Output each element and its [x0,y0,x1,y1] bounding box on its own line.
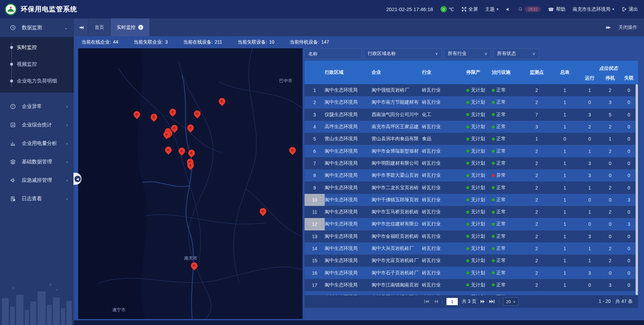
org-dropdown[interactable]: 南充市生态环境局 ▾ [573,6,614,12]
cell-points: 1 [523,133,551,145]
cell-meter: 1 [551,279,579,291]
cell-facility-status: 正常 [492,157,523,169]
sidebar-item-power-analysis[interactable]: 企业用电量分析 ‹ [0,134,74,153]
tab-close-icon[interactable]: × [138,25,143,30]
sidebar-item-company-statistics[interactable]: 企业综合统计 ‹ [0,116,74,134]
clock: 2021-02-25 17:46:18 [386,6,433,12]
sidebar-item-company-abnormal[interactable]: 企业异常 ‹ [0,97,74,116]
cell-lost: 0 [620,230,638,242]
cell-halt: 2 [600,242,620,255]
page-size-select[interactable]: 20 ∨ [503,297,519,306]
table-row[interactable]: 13阆中生态环境局阆中市金福旺页岩机砖砖瓦行业无计划正常21300 [305,230,638,242]
table-row[interactable]: 4高坪生态环境局南充市高坪区王家店建砖瓦行业无计划正常31220 [305,121,638,133]
sidebar-subitem-label: 企业电力负荷明细 [17,78,57,84]
cell-halt: 1 [600,133,620,145]
table-row[interactable]: 11阆中生态环境局阆中市五马桥页岩机砖砖瓦行业无计划正常21120 [305,206,638,218]
sidebar-item-realtime-monitor[interactable]: 实时监控 [0,39,74,56]
cell-industry: 砖瓦行业 [422,206,466,218]
table-row[interactable]: 2阆中生态环境局阆中市南方节能建材有砖瓦行业无计划正常21030 [305,96,638,108]
cell-row-number: 9 [305,181,325,194]
prev-page-button[interactable] [433,300,438,304]
cell-region: 阆中生态环境局 [325,267,372,279]
table-row[interactable]: 15阆中生态环境局阆中市光富页岩机砖厂砖瓦行业无计划正常21120 [305,255,638,267]
mute-button[interactable] [506,7,511,12]
fullscreen-button[interactable]: 全屏 [462,6,478,12]
cell-industry: 砖瓦行业 [422,230,466,242]
status-dot [492,138,495,141]
tab-realtime-monitor[interactable]: 实时监控 × [111,18,149,36]
table-row[interactable]: 17阆中生态环境局阆中市江南镇阆南页岩砖瓦行业无计划正常21030 [305,279,638,291]
cell-run: 3 [579,230,600,242]
cell-company: 阆中市石子页岩机砖厂 [372,267,422,279]
tabs-scroll-right-button[interactable]: ▶▶ [606,25,610,30]
cell-meter: 1 [551,194,579,206]
cell-lost: 0 [620,255,638,267]
table-row[interactable]: 8阆中生态环境局阆中市枣碧大梁山页岩砖瓦行业无计划异常21300 [305,169,638,181]
region-filter-select[interactable]: 行政区域名称 ∨ [364,48,442,59]
cell-run: 1 [579,181,600,194]
name-filter-input[interactable] [308,51,358,56]
cell-meter: 1 [551,109,579,121]
table-row[interactable]: 3仪陇生态环境局西南油气田分公司川中化工无计划正常71350 [305,109,638,121]
status-filter-select[interactable]: 所有状态 ∨ [493,48,539,59]
tab-home[interactable]: 首页 [89,18,110,36]
first-page-button[interactable] [424,300,429,304]
cell-facility-status: 正常 [492,84,523,96]
tab-label: 首页 [95,24,104,31]
table-row[interactable]: 18南部生态环境局南部县双峰水泥有限公建材行业无计划正常21030 [305,291,638,295]
logout-button[interactable]: 退出 [622,6,638,12]
cell-industry: 砖瓦行业 [422,145,466,157]
cell-points: 2 [523,169,551,181]
table-row[interactable]: 7阆中生态环境局阆中明阳建材有限公司砖瓦行业无计划正常21300 [305,157,638,169]
logout-icon [622,7,627,12]
sidebar-item-power-load-detail[interactable]: 企业电力负荷明细 [0,72,74,89]
log-document-icon [10,196,16,202]
sidebar-item-video-monitor[interactable]: 视频监控 [0,56,74,72]
pagination-summary: 1 - 20 共 47 条 [599,299,638,305]
tabs-scroll-left-button[interactable]: ◀◀ [74,18,88,36]
close-operations-button[interactable]: 关闭操作 [619,24,637,31]
table-row[interactable]: 12阆中生态环境局阆中市忠信建材有限公砖瓦行业无计划正常21003 [305,218,638,230]
table-row[interactable]: 9阆中生态环境局阆中市二龙长宝页岩砖砖瓦行业无计划正常21120 [305,181,638,194]
cell-industry: 砖瓦行业 [422,279,466,291]
status-dot [492,235,495,238]
cell-limit-status: 无计划 [466,133,492,145]
cell-region: 阆中生态环境局 [325,255,372,267]
table-row[interactable]: 14阆中生态环境局阆中大兴页岩机砖厂砖瓦行业无计划正常21120 [305,242,638,255]
table-row[interactable]: 6阆中生态环境局阆中市金博瑞新型墙材砖瓦行业无计划正常21120 [305,145,638,157]
help-button[interactable]: ☎ 帮助 [548,6,565,12]
cell-meter: 1 [551,291,579,295]
chevron-left-icon: ◀ [74,176,81,182]
map-panel[interactable]: 巴中市南充市遂宁市 [78,48,303,319]
table-row[interactable]: 16阆中生态环境局阆中市石子页岩机砖厂砖瓦行业无计划正常21300 [305,267,638,279]
cell-meter: 1 [551,206,579,218]
bar-chart-icon [10,141,16,146]
cell-facility-status: 正常 [492,121,523,133]
cell-industry: 化工 [422,109,466,121]
cell-region: 阆中生态环境局 [325,145,372,157]
cell-industry: 砖瓦行业 [422,121,466,133]
industry-filter-select[interactable]: 所有行业 ∨ [444,48,491,59]
table-row[interactable]: 5营山生态环境局营山县润丰肉食品有限食品无计划正常10010 [305,133,638,145]
column-header-region: 行政区域 [325,61,372,84]
theme-dropdown[interactable]: 主题 ▾ [485,6,499,12]
sidebar-item-logs[interactable]: 日志查看 ‹ [0,189,74,208]
cell-industry: 食品 [422,133,466,145]
table-row[interactable]: 10阆中生态环境局阆中千佛镇五郎垭页岩砖瓦行业无计划正常21003 [305,194,638,206]
notifications[interactable]: 2632 [518,6,541,12]
sidebar-item-base-data[interactable]: 基础数据管理 ‹ [0,153,74,171]
table-scrollbar[interactable] [636,84,638,295]
sidebar-item-emergency[interactable]: 应急减排管理 ‹ [0,171,74,189]
name-filter-field[interactable] [305,48,362,59]
page-input[interactable] [446,298,458,305]
table-row[interactable]: 1阆中生态环境局阆中强锐页岩砖厂砖瓦行业无计划正常21120 [305,84,638,96]
stat-online-companies: 当前在线企业:44 [82,39,118,45]
cell-facility-status: 正常 [492,133,523,145]
skyline-watermark [0,275,74,325]
last-page-button[interactable] [489,300,495,304]
cell-company: 阆中市南方节能建材有 [372,96,422,108]
app-logo-icon [5,3,17,15]
sidebar-item-data-monitor[interactable]: 数据监测 ⌄ [0,18,74,37]
cell-row-number: 2 [305,96,325,108]
next-page-button[interactable] [481,300,485,304]
